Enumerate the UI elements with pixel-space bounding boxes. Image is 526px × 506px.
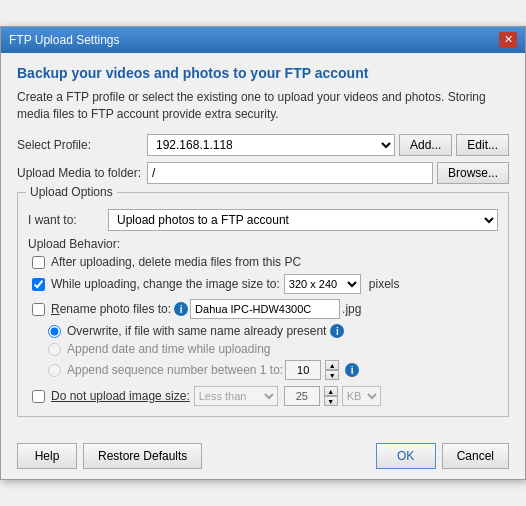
image-size-select[interactable]: 320 x 240 640 x 480 1280 x 720 [284, 274, 361, 294]
folder-controls: Browse... [147, 162, 509, 184]
overwrite-label: Overwrite, if file with same name alread… [67, 324, 326, 338]
folder-input[interactable] [147, 162, 433, 184]
change-size-label: While uploading, change the image size t… [51, 277, 280, 291]
content-area: Backup your videos and photos to your FT… [1, 53, 525, 436]
append-seq-radio-row: Append sequence number between 1 to: ▲ ▼… [28, 360, 498, 380]
size-up-button[interactable]: ▲ [324, 386, 338, 396]
cancel-button[interactable]: Cancel [442, 443, 509, 469]
rename-label: R [51, 302, 60, 316]
append-date-radio[interactable] [48, 343, 61, 356]
browse-button[interactable]: Browse... [437, 162, 509, 184]
size-down-button[interactable]: ▼ [324, 396, 338, 406]
edit-button[interactable]: Edit... [456, 134, 509, 156]
add-button[interactable]: Add... [399, 134, 452, 156]
upload-media-row: Upload Media to folder: Browse... [17, 162, 509, 184]
do-not-upload-label: Do not upload image size: [51, 389, 190, 403]
append-seq-radio[interactable] [48, 364, 61, 377]
append-date-label: Append date and time while uploading [67, 342, 270, 356]
restore-defaults-button[interactable]: Restore Defaults [83, 443, 202, 469]
rename-checkbox[interactable] [32, 303, 45, 316]
description: Create a FTP profile or select the exist… [17, 89, 509, 123]
delete-checkbox-label: After uploading, delete media files from… [51, 255, 301, 269]
seq-up-button[interactable]: ▲ [325, 360, 339, 370]
footer: Help Restore Defaults OK Cancel [1, 435, 525, 479]
footer-right: OK Cancel [376, 443, 509, 469]
change-size-checkbox-row: While uploading, change the image size t… [28, 274, 498, 294]
i-want-to-row: I want to: Upload photos to a FTP accoun… [28, 209, 498, 231]
overwrite-info-icon: i [330, 324, 344, 338]
unit-select[interactable]: KB MB [342, 386, 381, 406]
upload-media-label: Upload Media to folder: [17, 166, 147, 180]
overwrite-radio-row: Overwrite, if file with same name alread… [28, 324, 498, 338]
upload-behavior-label: Upload Behavior: [28, 237, 498, 251]
titlebar: FTP Upload Settings ✕ [1, 27, 525, 53]
append-seq-label: Append sequence number between 1 to: [67, 363, 283, 377]
overwrite-radio[interactable] [48, 325, 61, 338]
profile-select[interactable]: 192.168.1.118 [147, 134, 395, 156]
select-profile-row: Select Profile: 192.168.1.118 Add... Edi… [17, 134, 509, 156]
window-title: FTP Upload Settings [9, 33, 120, 47]
upload-options-section: Upload Options I want to: Upload photos … [17, 192, 509, 417]
seq-info-icon: i [345, 363, 359, 377]
close-button[interactable]: ✕ [499, 32, 517, 48]
i-want-to-select[interactable]: Upload photos to a FTP account Upload vi… [108, 209, 498, 231]
size-value-input[interactable] [284, 386, 320, 406]
size-comparison-select[interactable]: Less than Greater than [194, 386, 278, 406]
seq-spinner: ▲ ▼ [325, 360, 339, 380]
rename-input[interactable] [190, 299, 340, 319]
rename-row: Rename photo files to: i .jpg [28, 299, 498, 319]
rename-info-icon: i [174, 302, 188, 316]
ftp-upload-settings-window: FTP Upload Settings ✕ Backup your videos… [0, 26, 526, 481]
change-size-checkbox[interactable] [32, 278, 45, 291]
do-not-upload-checkbox[interactable] [32, 390, 45, 403]
select-profile-label: Select Profile: [17, 138, 147, 152]
seq-input[interactable] [285, 360, 321, 380]
profile-controls: 192.168.1.118 Add... Edit... [147, 134, 509, 156]
rename-label-rest: ename photo files to: [60, 302, 171, 316]
do-not-upload-row: Do not upload image size: Less than Grea… [28, 386, 498, 406]
size-spinner: ▲ ▼ [324, 386, 338, 406]
main-title: Backup your videos and photos to your FT… [17, 65, 509, 81]
rename-ext-label: .jpg [342, 302, 361, 316]
help-button[interactable]: Help [17, 443, 77, 469]
delete-checkbox[interactable] [32, 256, 45, 269]
delete-checkbox-row: After uploading, delete media files from… [28, 255, 498, 269]
pixels-label: pixels [369, 277, 400, 291]
i-want-to-label: I want to: [28, 213, 108, 227]
seq-down-button[interactable]: ▼ [325, 370, 339, 380]
upload-options-title: Upload Options [26, 185, 117, 199]
append-date-radio-row: Append date and time while uploading [28, 342, 498, 356]
ok-button[interactable]: OK [376, 443, 436, 469]
footer-left: Help Restore Defaults [17, 443, 202, 469]
